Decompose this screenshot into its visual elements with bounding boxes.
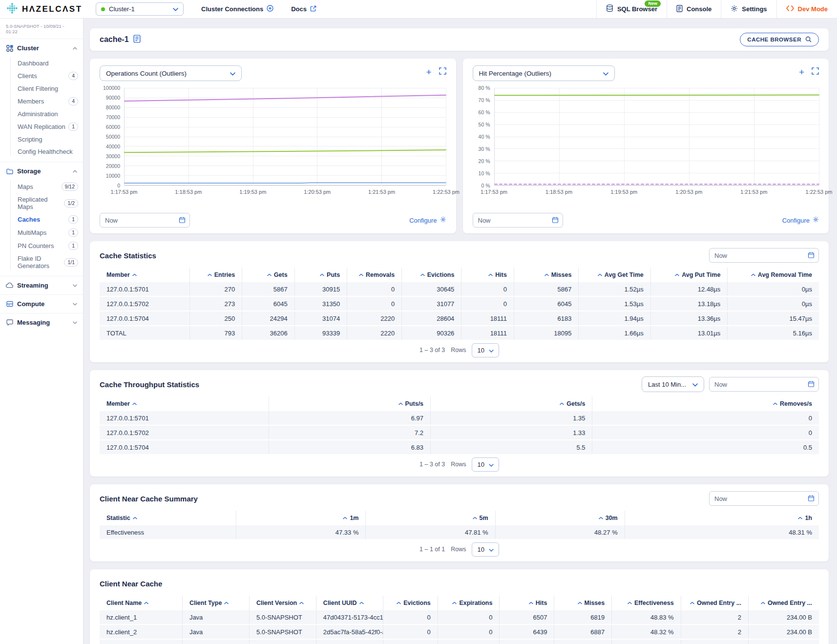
sidebar-item-maps[interactable]: Maps9/12 [0, 180, 83, 193]
cell: 0 [592, 425, 819, 440]
cluster-connections-link[interactable]: Cluster Connections [201, 5, 273, 13]
column-header-misses[interactable]: Misses [514, 268, 579, 282]
column-header-evictions[interactable]: Evictions [383, 596, 438, 610]
column-header-30m[interactable]: 30m [495, 511, 625, 525]
time-travel-input[interactable]: Now [709, 491, 819, 506]
chevron-down-icon [230, 70, 235, 77]
chevron-down-icon [73, 284, 77, 287]
sidebar-item-multimaps[interactable]: MultiMaps1 [0, 226, 83, 239]
time-travel-input[interactable]: Now [709, 248, 819, 263]
column-header-puts[interactable]: Puts [294, 268, 347, 282]
cell: 2220 [347, 311, 402, 326]
settings-button[interactable]: Settings [721, 0, 776, 18]
time-travel-input[interactable]: Now [709, 377, 819, 392]
column-header-owned-entry[interactable]: Owned Entry ... [749, 596, 819, 610]
sidebar-item-client-filtering[interactable]: Client Filtering [0, 83, 83, 95]
hazelcast-logo[interactable]: HΛZELCΛST [0, 3, 87, 16]
cell: Java [182, 610, 249, 624]
series-line-gets [125, 150, 446, 152]
sidebar-item-scripting[interactable]: Scripting [0, 133, 83, 145]
sidebar-item-caches[interactable]: Caches1 [0, 213, 83, 226]
chart-metric-select[interactable]: Operations Count (Outliers) [100, 65, 242, 81]
cell: 0 [461, 296, 514, 311]
cluster-select[interactable]: Cluster-1 [96, 2, 184, 16]
column-header-1m[interactable]: 1m [236, 511, 366, 525]
column-header-member[interactable]: Member [100, 396, 269, 411]
sidebar-section-storage[interactable]: Storage [0, 162, 83, 180]
cell: 6183 [514, 311, 579, 326]
cell: 36206 [242, 326, 295, 340]
cell: 270 [189, 282, 242, 296]
column-header-1h[interactable]: 1h [625, 511, 819, 525]
column-header-owned-entry[interactable]: Owned Entry ... [681, 596, 748, 610]
column-header-evictions[interactable]: Evictions [402, 268, 461, 282]
sidebar-section-streaming[interactable]: Streaming [0, 276, 83, 294]
column-header-hits[interactable]: Hits [500, 596, 554, 610]
time-range-select[interactable]: Last 10 Min... [642, 376, 704, 392]
section-label: Streaming [17, 282, 48, 289]
docs-link[interactable]: Docs [291, 5, 316, 13]
sidebar-section-cluster[interactable]: Cluster [0, 39, 83, 57]
fullscreen-icon[interactable] [812, 67, 819, 77]
chevron-up-icon [73, 47, 77, 50]
cell: 127.0.0.1:5704 [100, 440, 269, 455]
column-header-5m[interactable]: 5m [366, 511, 495, 525]
column-header-client-uuid[interactable]: Client UUID [316, 596, 383, 610]
column-header-client-type[interactable]: Client Type [182, 596, 249, 610]
column-header-entries[interactable]: Entries [189, 268, 242, 282]
sidebar-item-pn-counters[interactable]: PN Counters1 [0, 239, 83, 252]
chart-metric-select[interactable]: Hit Percentage (Outliers) [473, 65, 615, 81]
fullscreen-icon[interactable] [439, 67, 446, 77]
column-header-client-version[interactable]: Client Version [249, 596, 316, 610]
column-header-gets-s[interactable]: Gets/s [431, 396, 592, 411]
add-widget-icon[interactable]: + [426, 68, 431, 76]
time-travel-input[interactable]: Now [100, 213, 190, 228]
time-travel-input[interactable]: Now [473, 213, 563, 228]
copy-icon[interactable] [133, 35, 141, 45]
sidebar-item-clients[interactable]: Clients4 [0, 69, 83, 83]
column-header-misses[interactable]: Misses [554, 596, 612, 610]
sql-browser-button[interactable]: New SQL Browser [596, 0, 667, 18]
code-icon [786, 5, 794, 13]
column-header-statistic[interactable]: Statistic [100, 511, 236, 525]
page-size-select[interactable]: 10 [472, 457, 499, 472]
sidebar-item-replicated-maps[interactable]: Replicated Maps1/2 [0, 193, 83, 213]
dev-mode-button[interactable]: Dev Mode [776, 0, 837, 18]
column-header-effectiveness[interactable]: Effectiveness [612, 596, 681, 610]
column-header-puts-s[interactable]: Puts/s [269, 396, 430, 411]
configure-link[interactable]: Configure [409, 216, 446, 224]
sidebar-section-messaging[interactable]: Messaging [0, 313, 83, 332]
column-header-removes-s[interactable]: Removes/s [592, 396, 819, 411]
operations-count-chart: 1000009000080000700006000050000400003000… [100, 88, 446, 186]
console-button[interactable]: Console [667, 0, 721, 18]
chevron-up-icon [73, 170, 77, 173]
rows-label: Rows [451, 347, 466, 353]
column-header-avg-get-time[interactable]: Avg Get Time [579, 268, 650, 282]
cache-browser-button[interactable]: CACHE BROWSER [740, 33, 819, 46]
table-row: 127.0.0.1:57046.835.50.5 [100, 440, 819, 455]
sidebar-section-compute[interactable]: Compute [0, 294, 83, 313]
page-size-select[interactable]: 10 [472, 343, 499, 357]
sidebar-item-config-healthcheck[interactable]: Config Healthcheck [0, 145, 83, 158]
add-widget-icon[interactable]: + [799, 68, 804, 76]
cell: 234.00 B [749, 610, 819, 624]
column-header-gets[interactable]: Gets [242, 268, 295, 282]
column-header-hits[interactable]: Hits [461, 268, 514, 282]
sidebar-item-dashboard[interactable]: Dashboard [0, 57, 83, 69]
page-size-select[interactable]: 10 [472, 542, 499, 557]
column-header-avg-removal-time[interactable]: Avg Removal Time [728, 268, 819, 282]
search-icon [805, 36, 812, 43]
column-header-expirations[interactable]: Expirations [438, 596, 500, 610]
configure-link[interactable]: Configure [782, 216, 819, 224]
cell: 18111 [461, 311, 514, 326]
sidebar-item-members[interactable]: Members4 [0, 95, 83, 108]
column-header-client-name[interactable]: Client Name [100, 596, 182, 610]
sidebar-item-administration[interactable]: Administration [0, 108, 83, 120]
column-header-avg-put-time[interactable]: Avg Put Time [650, 268, 728, 282]
section-label: Compute [17, 300, 44, 308]
column-header-removals[interactable]: Removals [347, 268, 402, 282]
cell: Java [182, 624, 249, 639]
column-header-member[interactable]: Member [100, 268, 189, 282]
sidebar-item-wan-replication[interactable]: WAN Replication1 [0, 120, 83, 133]
sidebar-item-flake-id-generators[interactable]: Flake ID Generators1/1 [0, 252, 83, 272]
